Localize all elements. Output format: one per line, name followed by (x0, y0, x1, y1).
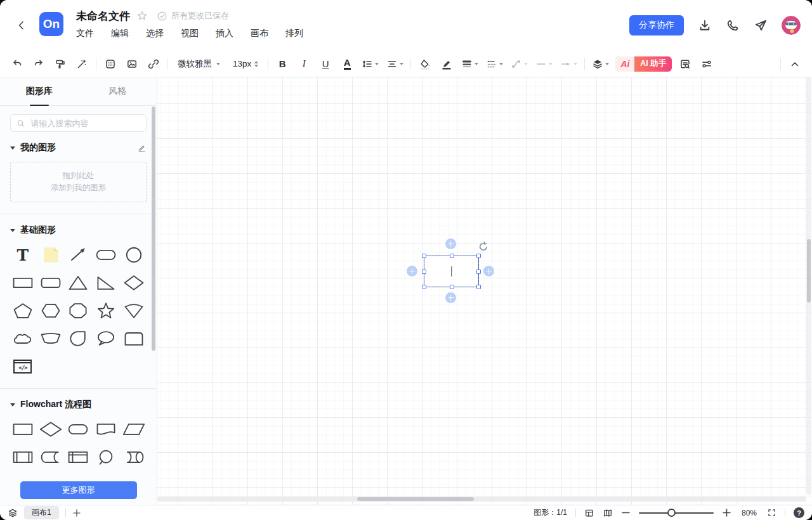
zoom-slider[interactable] (639, 509, 714, 517)
canvas[interactable] (157, 77, 812, 505)
shape-sector[interactable] (120, 299, 148, 322)
menu-edit[interactable]: 编辑 (111, 28, 129, 39)
shape-octagon[interactable] (65, 299, 93, 322)
menu-view[interactable]: 视图 (181, 28, 199, 39)
menu-insert[interactable]: 插入 (216, 28, 233, 39)
app-logo[interactable]: On (39, 12, 63, 36)
font-family-select[interactable]: 微软雅黑 (174, 56, 224, 72)
resize-handle-sw[interactable] (422, 285, 426, 289)
layers-button[interactable] (591, 56, 610, 72)
selected-rectangle[interactable] (424, 256, 479, 287)
zoom-slider-knob[interactable] (667, 509, 676, 517)
resize-handle-s[interactable] (450, 285, 454, 289)
line-color-button[interactable] (438, 56, 455, 72)
shape-stadium[interactable] (92, 244, 120, 266)
pages-button[interactable] (8, 508, 18, 518)
shape-predefined-process[interactable] (9, 446, 37, 469)
star-icon[interactable] (136, 10, 148, 22)
text-align-button[interactable] (385, 56, 405, 72)
sidebar-scrollbar[interactable] (152, 107, 155, 351)
shape-rectangle[interactable] (9, 271, 37, 294)
menu-select[interactable]: 选择 (146, 28, 164, 39)
shape-library-button[interactable] (102, 56, 119, 72)
edit-pencil-icon[interactable] (137, 143, 147, 153)
vertical-scrollbar[interactable] (806, 77, 811, 495)
shape-document[interactable] (92, 418, 120, 441)
menu-file[interactable]: 文件 (76, 28, 94, 39)
share-collaborate-button[interactable]: 分享协作 (629, 15, 684, 36)
font-color-button[interactable]: A (339, 56, 355, 72)
horizontal-scroll-thumb[interactable] (357, 497, 474, 501)
shape-card[interactable] (120, 327, 148, 350)
connect-plus-top-icon[interactable] (445, 238, 456, 249)
resize-handle-se[interactable] (476, 285, 481, 289)
font-size-select[interactable]: 13px (229, 56, 262, 71)
resize-handle-nw[interactable] (422, 254, 426, 258)
canvas-tab[interactable]: 画布1 (24, 506, 59, 519)
zoom-in-button[interactable] (722, 508, 731, 517)
shape-code-block[interactable]: </> (9, 355, 37, 378)
border-style-button[interactable] (485, 56, 504, 72)
size-stepper-icon[interactable] (254, 61, 258, 67)
bold-button[interactable]: B (274, 56, 291, 72)
shape-sticky-note[interactable] (37, 244, 65, 266)
shape-hexagon[interactable] (37, 299, 65, 322)
italic-button[interactable]: I (296, 56, 312, 72)
minimap-button[interactable] (603, 508, 613, 518)
collapse-triangle-icon[interactable] (10, 229, 15, 232)
shape-speech-bubble[interactable] (92, 327, 120, 350)
ai-beautify-button[interactable] (74, 56, 90, 72)
find-replace-button[interactable] (677, 56, 693, 72)
shape-process[interactable] (9, 418, 37, 441)
vertical-scroll-thumb[interactable] (807, 239, 811, 302)
shape-triangle[interactable] (65, 271, 93, 294)
collapse-triangle-icon[interactable] (10, 146, 15, 150)
connect-plus-bottom-icon[interactable] (445, 292, 456, 303)
line-height-button[interactable] (360, 56, 380, 72)
undo-button[interactable] (9, 56, 25, 72)
shape-right-triangle[interactable] (92, 271, 120, 294)
shape-decision[interactable] (37, 418, 65, 441)
more-shapes-button[interactable]: 更多图形 (20, 481, 137, 499)
shape-direct-access-storage[interactable] (120, 446, 148, 469)
rotate-handle[interactable] (478, 241, 489, 252)
fullscreen-button[interactable] (767, 508, 776, 517)
zoom-percent[interactable]: 80% (740, 509, 759, 517)
send-icon[interactable] (754, 18, 768, 32)
insert-link-button[interactable] (145, 56, 162, 72)
connect-plus-left-icon[interactable] (407, 266, 417, 276)
avatar[interactable] (782, 16, 801, 35)
document-title[interactable]: 未命名文件 (76, 9, 130, 23)
phone-icon[interactable] (726, 18, 740, 32)
resize-handle-n[interactable] (450, 254, 454, 258)
shape-curved-trapezoid[interactable] (37, 327, 65, 350)
shape-internal-storage[interactable] (65, 446, 93, 469)
shape-cloud[interactable] (9, 327, 37, 350)
resize-handle-e[interactable] (476, 270, 481, 274)
shape-terminator[interactable] (65, 418, 93, 441)
tab-style[interactable]: 风格 (79, 77, 157, 105)
resize-handle-w[interactable] (422, 270, 426, 274)
redo-button[interactable] (30, 56, 47, 72)
shape-text[interactable]: T (9, 244, 37, 266)
menu-canvas[interactable]: 画布 (251, 28, 268, 39)
shape-data[interactable] (120, 418, 148, 441)
shape-rounded-rectangle[interactable] (37, 271, 65, 294)
zoom-out-button[interactable] (621, 508, 631, 517)
shape-loop-limit[interactable] (92, 446, 120, 469)
add-canvas-button[interactable] (72, 509, 81, 517)
download-icon[interactable] (698, 18, 712, 32)
adjust-button[interactable] (698, 56, 715, 72)
tab-shape-library[interactable]: 图形库 (0, 77, 79, 105)
shape-diamond[interactable] (120, 271, 148, 294)
search-input[interactable] (29, 118, 140, 129)
panels-button[interactable] (584, 508, 594, 518)
shape-circle[interactable] (120, 244, 148, 266)
resize-handle-ne[interactable] (476, 254, 481, 258)
my-shapes-dropzone[interactable]: 拖到此处 添加到我的图形 (10, 162, 147, 202)
help-button[interactable]: ? (794, 507, 804, 518)
shape-search[interactable] (10, 114, 147, 132)
fill-color-button[interactable] (417, 56, 433, 72)
connect-plus-right-icon[interactable] (483, 266, 494, 276)
collapse-triangle-icon[interactable] (10, 403, 15, 406)
